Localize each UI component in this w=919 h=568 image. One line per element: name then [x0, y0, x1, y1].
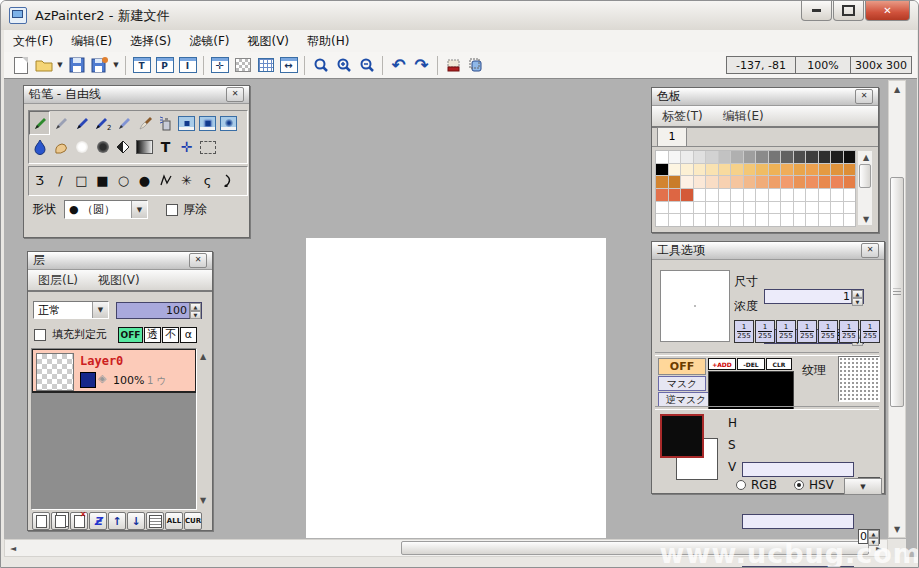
layers-menu-view[interactable]: 视图(V): [88, 272, 150, 289]
opacity-up-icon[interactable]: ▲: [190, 303, 201, 311]
palette-swatch[interactable]: [806, 176, 818, 188]
palette-swatch[interactable]: [794, 202, 806, 214]
palette-swatch[interactable]: [706, 202, 718, 214]
palette-swatch[interactable]: [731, 176, 743, 188]
palette-swatch[interactable]: [694, 164, 706, 176]
shape-bezier[interactable]: [218, 167, 239, 193]
menu-help[interactable]: 帮助(H): [298, 31, 358, 52]
palette-swatch[interactable]: [756, 151, 768, 163]
palette-scrollbar[interactable]: ▲ ▼: [857, 150, 873, 226]
menu-view[interactable]: 视图(V): [238, 31, 298, 52]
tool-spray[interactable]: [155, 111, 176, 135]
palette-swatch[interactable]: [744, 189, 756, 201]
mask-alpha-button[interactable]: α: [180, 327, 197, 343]
canvas[interactable]: [306, 238, 606, 538]
palette-swatch[interactable]: [681, 151, 693, 163]
palette-swatch[interactable]: [769, 164, 781, 176]
palette-swatch[interactable]: [794, 189, 806, 201]
shape-star[interactable]: ✳: [176, 167, 197, 193]
palette-swatch[interactable]: [756, 202, 768, 214]
size-up-icon[interactable]: ▲: [852, 290, 863, 298]
palette-swatch[interactable]: [844, 189, 856, 201]
save-button[interactable]: [65, 54, 88, 77]
palette-swatch[interactable]: [694, 189, 706, 201]
layer-delete-button[interactable]: ✕: [70, 512, 88, 530]
palette-swatch[interactable]: [831, 214, 843, 226]
palette-swatch[interactable]: [744, 202, 756, 214]
palette-swatch[interactable]: [769, 151, 781, 163]
shape-polyline[interactable]: [155, 167, 176, 193]
tool-pencil-soft[interactable]: [50, 111, 71, 135]
mask-trans-button[interactable]: 透: [144, 327, 161, 343]
palette-swatch[interactable]: [656, 164, 668, 176]
tool-fill[interactable]: [113, 135, 134, 159]
grid-button[interactable]: [254, 54, 277, 77]
palette-swatch[interactable]: [669, 164, 681, 176]
palette-swatch[interactable]: [756, 176, 768, 188]
layer-color-chip[interactable]: [80, 372, 96, 388]
palette-swatch[interactable]: [744, 151, 756, 163]
density-preset-button[interactable]: 1255: [839, 320, 859, 343]
palette-swatch[interactable]: [731, 189, 743, 201]
palette-swatch[interactable]: [756, 189, 768, 201]
title-bar[interactable]: AzPainter2 - 新建文件 ✕: [1, 1, 918, 30]
opacity-down-icon[interactable]: ▼: [190, 311, 201, 319]
density-preset-button[interactable]: 1255: [755, 320, 775, 343]
tool-pencil[interactable]: [29, 111, 50, 135]
palette-swatch[interactable]: [719, 164, 731, 176]
scroll-left-icon[interactable]: ◄: [5, 540, 21, 556]
tool-dotpen-mid[interactable]: [197, 111, 218, 135]
palette-swatch[interactable]: [656, 214, 668, 226]
density-preset-button[interactable]: 1255: [818, 320, 838, 343]
palette-swatch[interactable]: [781, 151, 793, 163]
close-button[interactable]: ✕: [865, 1, 910, 21]
palette-swatch[interactable]: [706, 164, 718, 176]
palette-swatch[interactable]: [719, 189, 731, 201]
palette-menu-tag[interactable]: 标签(T): [652, 108, 713, 125]
scroll-down-icon[interactable]: ▼: [889, 521, 905, 537]
menu-file[interactable]: 文件(F): [4, 31, 62, 52]
palette-swatch[interactable]: [744, 214, 756, 226]
save-as-button[interactable]: [88, 54, 111, 77]
palette-swatch[interactable]: [819, 214, 831, 226]
mask-del-button[interactable]: -DEL: [737, 358, 765, 370]
open-dropdown-arrow[interactable]: ▼: [55, 61, 65, 69]
shape-spline[interactable]: ς: [197, 167, 218, 193]
undo-button[interactable]: ↶: [387, 54, 410, 77]
palette-swatch[interactable]: [681, 176, 693, 188]
palette-swatch[interactable]: [706, 151, 718, 163]
palette-swatch[interactable]: [694, 214, 706, 226]
tool-pen[interactable]: [71, 111, 92, 135]
tool-dotpen-soft[interactable]: [218, 111, 239, 135]
brush-shape-dropdown-icon[interactable]: ▼: [131, 201, 147, 218]
foreground-color-swatch[interactable]: [660, 414, 704, 458]
blend-mode-dropdown-icon[interactable]: ▼: [92, 302, 108, 318]
shape-ellipse-fill[interactable]: ●: [134, 167, 155, 193]
palette-menu-edit[interactable]: 编辑(E): [713, 108, 774, 125]
palette-swatch[interactable]: [819, 164, 831, 176]
shape-freehand[interactable]: Ʒ: [29, 167, 50, 193]
palette-swatch[interactable]: [669, 176, 681, 188]
palette-swatch[interactable]: [694, 151, 706, 163]
palette-swatch[interactable]: [706, 189, 718, 201]
menu-filter[interactable]: 滤镜(F): [180, 31, 238, 52]
density-preset-button[interactable]: 1255: [860, 320, 880, 343]
palette-swatch[interactable]: [819, 151, 831, 163]
hsv-radio[interactable]: [794, 480, 804, 490]
palette-swatch[interactable]: [719, 202, 731, 214]
layer-copy-button[interactable]: [51, 512, 69, 530]
clear-canvas-button[interactable]: [442, 54, 465, 77]
palette-swatch[interactable]: [769, 176, 781, 188]
palette-swatch[interactable]: [769, 214, 781, 226]
brush-shape-select[interactable]: ● （圆） ▼: [64, 200, 148, 219]
palette-swatch[interactable]: [681, 202, 693, 214]
tool-move[interactable]: ✛: [176, 135, 197, 159]
palette-swatch[interactable]: [844, 214, 856, 226]
zoom-in-button[interactable]: [332, 54, 355, 77]
layer-down-button[interactable]: ↓: [127, 512, 145, 530]
thick-paint-checkbox[interactable]: [166, 204, 178, 216]
palette-swatch[interactable]: [694, 202, 706, 214]
palette-scroll-thumb[interactable]: [859, 164, 871, 188]
palette-swatch[interactable]: [681, 164, 693, 176]
vertical-scroll-thumb[interactable]: [890, 177, 904, 407]
